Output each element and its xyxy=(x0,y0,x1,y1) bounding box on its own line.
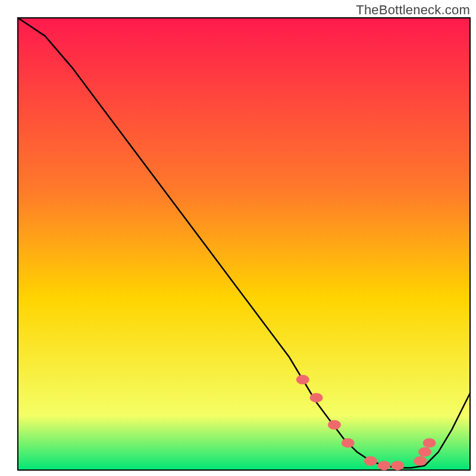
curve-marker xyxy=(342,438,355,447)
curve-marker xyxy=(418,447,431,457)
chart-frame: TheBottleneck.com xyxy=(0,0,476,476)
curve-marker xyxy=(328,420,341,430)
curve-marker xyxy=(378,461,391,470)
curve-marker xyxy=(364,456,377,466)
bottleneck-curve-chart xyxy=(0,0,476,476)
attribution-text: TheBottleneck.com xyxy=(356,2,470,18)
curve-marker xyxy=(391,461,404,470)
curve-marker xyxy=(423,438,436,447)
curve-marker xyxy=(414,456,427,466)
curve-marker xyxy=(296,375,309,384)
curve-marker xyxy=(310,393,323,402)
